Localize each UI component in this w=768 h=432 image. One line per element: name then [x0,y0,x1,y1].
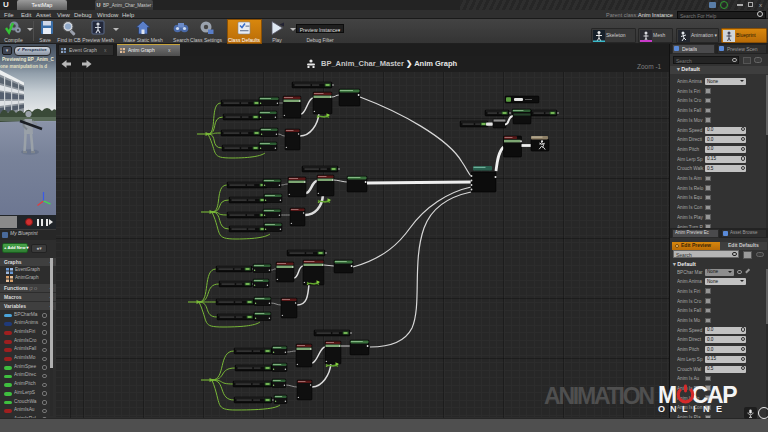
svg-text:I: I [693,404,696,414]
svg-text:L: L [682,404,688,414]
svg-text:E: E [716,404,722,414]
svg-text:CAP: CAP [692,382,738,408]
svg-text:N: N [703,404,710,414]
svg-text:O: O [658,404,665,414]
svg-text:N: N [670,404,677,414]
